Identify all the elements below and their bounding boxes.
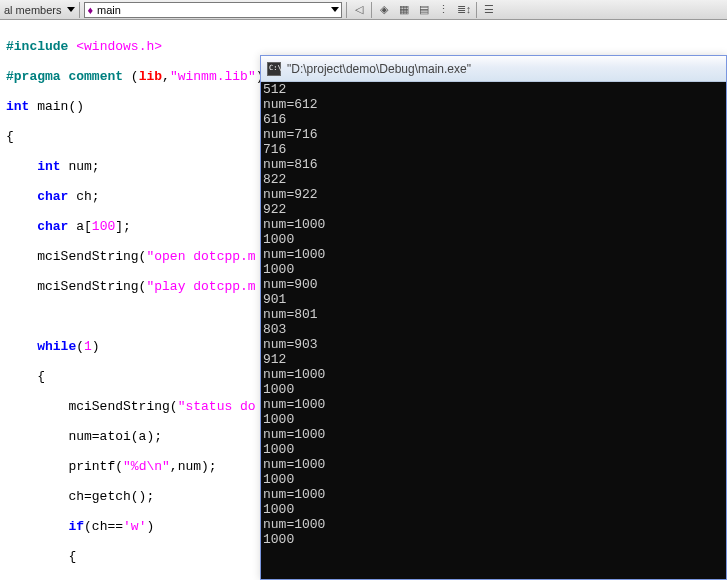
toolbar: al members ♦ main ◁ ◈ ▦ ▤ ⋮ ≣↕ ☰ bbox=[0, 0, 727, 20]
toolbar-icon[interactable]: ▦ bbox=[396, 2, 412, 18]
toolbar-icon[interactable]: ⋮ bbox=[436, 2, 452, 18]
console-titlebar[interactable]: "D:\project\demo\Debug\main.exe" bbox=[261, 56, 726, 82]
toolbar-label: al members bbox=[4, 4, 61, 16]
console-output: 512 num=612 616 num=716 716 num=816 822 … bbox=[261, 82, 726, 579]
toolbar-icon[interactable]: ◈ bbox=[376, 2, 392, 18]
toolbar-icon[interactable]: ▤ bbox=[416, 2, 432, 18]
nav-back-icon[interactable]: ◁ bbox=[351, 2, 367, 18]
chevron-down-icon bbox=[331, 7, 339, 12]
separator bbox=[476, 2, 477, 18]
separator bbox=[79, 2, 80, 18]
toolbar-icon[interactable]: ☰ bbox=[481, 2, 497, 18]
dropdown-arrow-icon[interactable] bbox=[67, 7, 75, 12]
console-window[interactable]: "D:\project\demo\Debug\main.exe" 512 num… bbox=[260, 55, 727, 580]
dropdown-label: main bbox=[97, 4, 121, 16]
console-title: "D:\project\demo\Debug\main.exe" bbox=[287, 62, 471, 76]
function-icon: ♦ bbox=[87, 4, 93, 16]
console-icon bbox=[267, 62, 281, 76]
code-line: #include <windows.h> bbox=[6, 39, 721, 54]
separator bbox=[371, 2, 372, 18]
toolbar-icon[interactable]: ≣↕ bbox=[456, 2, 472, 18]
function-dropdown[interactable]: ♦ main bbox=[84, 2, 341, 18]
separator bbox=[346, 2, 347, 18]
